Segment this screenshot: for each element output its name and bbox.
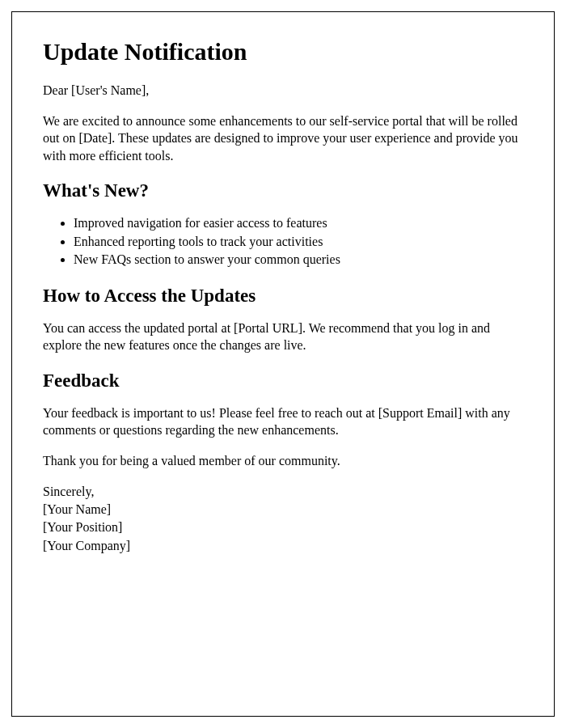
signature-block: Sincerely, [Your Name] [Your Position] [… bbox=[43, 483, 523, 556]
closing-line: Sincerely, bbox=[43, 483, 523, 501]
signature-company: [Your Company] bbox=[43, 537, 523, 555]
section-heading-feedback: Feedback bbox=[43, 370, 523, 392]
whatsnew-list: Improved navigation for easier access to… bbox=[74, 214, 523, 269]
section-heading-whatsnew: What's New? bbox=[43, 180, 523, 201]
intro-paragraph: We are excited to announce some enhancem… bbox=[43, 112, 523, 165]
salutation: Dear [User's Name], bbox=[43, 82, 523, 99]
signature-name: [Your Name] bbox=[43, 501, 523, 518]
list-item: Improved navigation for easier access to… bbox=[74, 214, 523, 232]
page-title: Update Notification bbox=[43, 38, 523, 66]
list-item: Enhanced reporting tools to track your a… bbox=[74, 233, 523, 251]
feedback-paragraph: Your feedback is important to us! Please… bbox=[43, 404, 523, 439]
signature-position: [Your Position] bbox=[43, 518, 523, 536]
thank-you-paragraph: Thank you for being a valued member of o… bbox=[43, 452, 523, 470]
list-item: New FAQs section to answer your common q… bbox=[74, 251, 523, 269]
access-paragraph: You can access the updated portal at [Po… bbox=[43, 320, 523, 354]
document-frame: Update Notification Dear [User's Name], … bbox=[11, 11, 555, 717]
section-heading-access: How to Access the Updates bbox=[43, 286, 523, 307]
